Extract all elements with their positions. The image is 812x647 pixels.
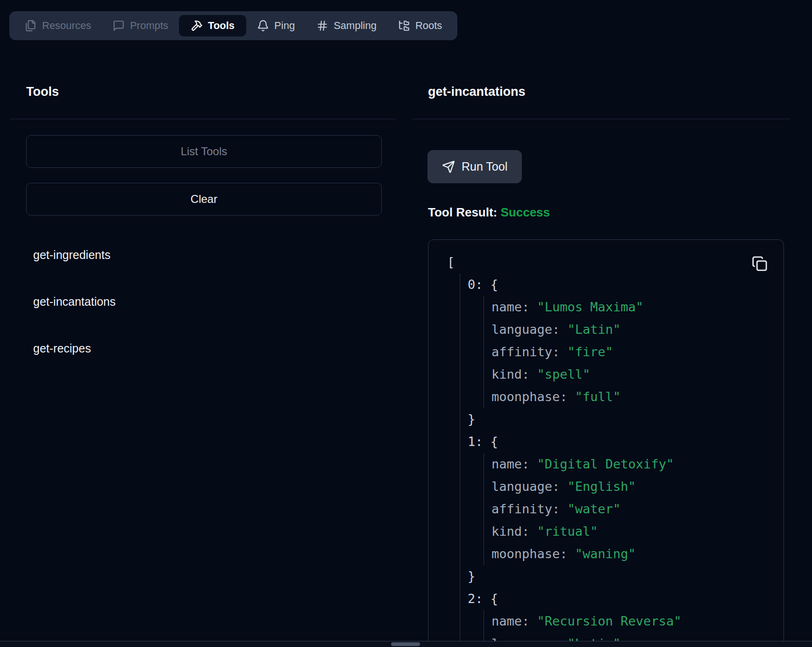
clear-button[interactable]: Clear <box>26 183 382 216</box>
tool-result-line: Tool Result: Success <box>428 205 791 220</box>
list-tools-button[interactable]: List Tools <box>26 135 382 168</box>
run-tool-button[interactable]: Run Tool <box>427 150 522 183</box>
folder-tree-icon <box>398 20 410 32</box>
json-line: 0: { <box>468 273 774 296</box>
json-array-items: 0: {name: "Lumos Maxima"language: "Latin… <box>460 273 774 647</box>
tab-roots[interactable]: Roots <box>387 11 453 40</box>
tool-item-get-incantations[interactable]: get-incantations <box>10 288 396 316</box>
json-line: } <box>468 408 774 431</box>
json-line: moonphase: "full" <box>491 386 774 408</box>
json-line: name: "Digital Detoxify" <box>491 453 774 475</box>
send-icon <box>442 160 455 173</box>
json-line: kind: "ritual" <box>491 520 774 543</box>
tab-ping[interactable]: Ping <box>246 11 306 40</box>
run-tool-label: Run Tool <box>462 160 507 173</box>
hammer-icon <box>191 20 203 32</box>
horizontal-scrollbar-track[interactable] <box>0 641 812 647</box>
json-line: affinity: "fire" <box>491 341 774 363</box>
json-line: moonphase: "waning" <box>491 543 774 565</box>
tool-result-json-box: [0: {name: "Lumos Maxima"language: "Lati… <box>428 239 784 647</box>
divider <box>10 119 396 119</box>
hash-icon <box>316 20 328 32</box>
tab-prompts[interactable]: Prompts <box>102 11 179 40</box>
json-object-fields: name: "Digital Detoxify"language: "Engli… <box>484 453 774 565</box>
tool-item-get-ingredients[interactable]: get-ingredients <box>10 241 396 269</box>
divider <box>412 119 791 119</box>
tool-result-status: Success <box>501 205 550 219</box>
tool-result-label: Tool Result: <box>428 205 497 219</box>
json-tree-viewer: [0: {name: "Lumos Maxima"language: "Lati… <box>447 251 774 647</box>
json-line: name: "Lumos Maxima" <box>491 296 774 318</box>
json-line: name: "Recursion Reversa" <box>491 610 774 633</box>
files-icon <box>25 20 37 32</box>
message-icon <box>113 20 125 32</box>
json-line: 2: { <box>468 588 774 610</box>
json-line: affinity: "water" <box>491 498 774 520</box>
tools-panel-title: Tools <box>26 83 396 100</box>
tool-detail-panel: get-incantations Run Tool Tool Result: S… <box>412 83 791 647</box>
tab-bar: Resources Prompts Tools Ping Sampling Ro… <box>9 11 457 40</box>
tab-label: Ping <box>274 20 295 32</box>
json-object-fields: name: "Lumos Maxima"language: "Latin"aff… <box>484 296 774 408</box>
tools-panel: Tools List Tools Clear get-ingredients g… <box>10 83 396 381</box>
tab-label: Sampling <box>334 20 377 32</box>
tab-sampling[interactable]: Sampling <box>306 11 387 40</box>
json-line: language: "Latin" <box>491 318 774 341</box>
bell-icon <box>257 20 269 32</box>
tab-label: Prompts <box>130 20 168 32</box>
horizontal-scrollbar-thumb[interactable] <box>391 642 420 646</box>
selected-tool-title: get-incantations <box>428 83 791 100</box>
tab-label: Roots <box>415 20 442 32</box>
tab-resources[interactable]: Resources <box>14 11 102 40</box>
copy-icon <box>752 256 769 272</box>
tab-tools[interactable]: Tools <box>179 15 246 36</box>
json-line: 1: { <box>468 431 774 453</box>
tab-label: Resources <box>42 20 91 32</box>
json-line: kind: "spell" <box>491 363 774 386</box>
copy-button[interactable] <box>752 255 769 273</box>
tools-list: get-ingredients get-incantations get-rec… <box>10 241 396 362</box>
json-line: } <box>468 565 774 588</box>
json-line: [ <box>447 251 774 273</box>
json-line: language: "English" <box>491 475 774 498</box>
tool-item-get-recipes[interactable]: get-recipes <box>10 334 396 362</box>
tab-label: Tools <box>208 20 235 32</box>
